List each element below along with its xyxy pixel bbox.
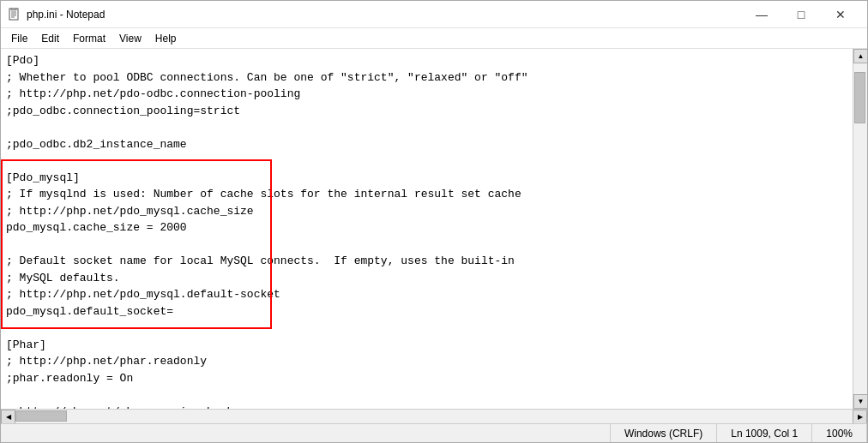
notepad-icon <box>8 8 21 21</box>
menu-format[interactable]: Format <box>66 31 112 46</box>
menu-file[interactable]: File <box>4 31 34 46</box>
menu-edit[interactable]: Edit <box>34 31 66 46</box>
title-bar-controls: — □ ✕ <box>742 1 860 28</box>
scroll-thumb-vertical[interactable] <box>854 72 865 123</box>
window-title: php.ini - Notepad <box>27 9 105 21</box>
editor-content[interactable]: [Pdo] ; Whether to pool ODBC connections… <box>1 49 853 409</box>
scroll-track-vertical[interactable] <box>853 63 867 394</box>
scroll-track-horizontal[interactable] <box>15 410 853 423</box>
scroll-down-button[interactable]: ▼ <box>853 394 867 409</box>
horizontal-scrollbar[interactable]: ◀ ▶ <box>1 409 867 423</box>
minimize-button[interactable]: — <box>742 1 781 28</box>
status-position: Ln 1009, Col 1 <box>717 424 812 442</box>
status-empty <box>1 424 611 442</box>
scroll-left-button[interactable]: ◀ <box>1 410 15 424</box>
menu-help[interactable]: Help <box>148 31 184 46</box>
menu-view[interactable]: View <box>112 31 148 46</box>
menu-bar: File Edit Format View Help <box>1 28 867 49</box>
editor-container: [Pdo] ; Whether to pool ODBC connections… <box>1 49 867 409</box>
title-bar-left: php.ini - Notepad <box>8 8 105 21</box>
editor-text: [Pdo] ; Whether to pool ODBC connections… <box>1 49 853 409</box>
scroll-up-button[interactable]: ▲ <box>853 49 867 63</box>
vertical-scrollbar[interactable]: ▲ ▼ <box>853 49 867 409</box>
status-encoding: Windows (CRLF) <box>611 424 717 442</box>
title-bar: php.ini - Notepad — □ ✕ <box>1 1 867 28</box>
notepad-window: php.ini - Notepad — □ ✕ File Edit Format… <box>0 0 868 443</box>
svg-rect-1 <box>11 8 16 10</box>
close-button[interactable]: ✕ <box>821 1 860 28</box>
status-bar: Windows (CRLF) Ln 1009, Col 1 100% <box>1 423 867 442</box>
maximize-button[interactable]: □ <box>781 1 821 28</box>
scroll-right-button[interactable]: ▶ <box>853 410 867 424</box>
scroll-thumb-horizontal[interactable] <box>15 410 67 422</box>
status-zoom: 100% <box>812 424 867 442</box>
